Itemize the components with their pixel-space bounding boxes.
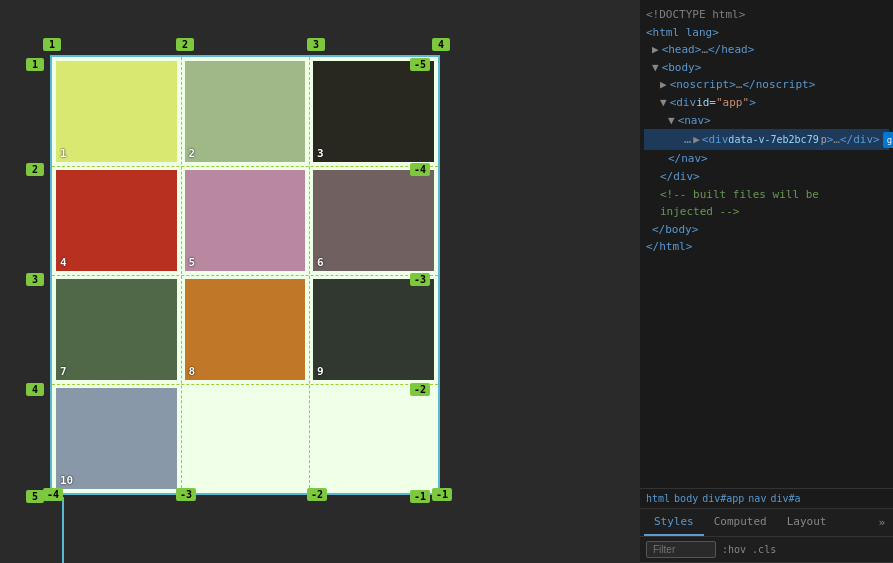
badge-col-4: 4 (432, 38, 450, 51)
badge-row-n3: -3 (410, 273, 430, 286)
style-filter-input[interactable] (646, 541, 716, 558)
badge-row-n5: -5 (410, 58, 430, 71)
tab-overflow-arrow[interactable]: » (874, 510, 889, 535)
dom-div-app[interactable]: ▼ <div id= "app" > (644, 94, 889, 112)
badge-row-3: 3 (26, 273, 44, 286)
badge-col-n2: -2 (307, 488, 327, 501)
dom-comment-1: <!-- built files will be (644, 186, 889, 204)
badge-row-n4: -4 (410, 163, 430, 176)
badge-col-1: 1 (43, 38, 61, 51)
tab-styles[interactable]: Styles (644, 509, 704, 536)
bc-nav[interactable]: nav (748, 493, 766, 504)
badge-row-5: 5 (26, 490, 44, 503)
dom-div-close[interactable]: </div> (644, 168, 889, 186)
badge-col-n4: -4 (43, 488, 63, 501)
badge-row-2: 2 (26, 163, 44, 176)
badge-row-1: 1 (26, 58, 44, 71)
tab-layout[interactable]: Layout (777, 509, 837, 536)
grid-visualization-panel: 1 2 3 4 5 6 7 8 9 (0, 0, 640, 563)
dom-head[interactable]: ▶ <head> … </head> (644, 41, 889, 59)
badge-row-n1: -1 (410, 490, 430, 503)
badge-row-n2: -2 (410, 383, 430, 396)
row-line-3 (52, 384, 438, 385)
badge-col-2: 2 (176, 38, 194, 51)
grid-cell-5: 5 (185, 170, 306, 271)
grid-cell-3: 3 (313, 61, 434, 162)
grid-cell-6: 6 (313, 170, 434, 271)
dom-nav-close[interactable]: </nav> (644, 150, 889, 168)
cell-label-7: 7 (60, 365, 67, 378)
grid-cell-7: 7 (56, 279, 177, 380)
filter-cls-toggle[interactable]: .cls (752, 544, 776, 555)
bc-html[interactable]: html (646, 493, 670, 504)
dom-html[interactable]: <html lang> (644, 24, 889, 42)
dom-noscript[interactable]: ▶ <noscript> … </noscript> (644, 76, 889, 94)
grid-cell-8: 8 (185, 279, 306, 380)
cell-label-5: 5 (189, 256, 196, 269)
row-line-1 (52, 166, 438, 167)
badge-row-4: 4 (26, 383, 44, 396)
grid-cell-4: 4 (56, 170, 177, 271)
grid-cell-2: 2 (185, 61, 306, 162)
breadcrumb-bar: html body div#app nav div#a (640, 488, 893, 509)
row-line-2 (52, 275, 438, 276)
grid-cell-10: 10 (56, 388, 177, 489)
badge-col-3: 3 (307, 38, 325, 51)
cell-label-1: 1 (60, 147, 67, 160)
tab-computed[interactable]: Computed (704, 509, 777, 536)
badge-col-n3: -3 (176, 488, 196, 501)
cell-label-10: 10 (60, 474, 73, 487)
dom-nav[interactable]: ▼ <nav> (644, 112, 889, 130)
dom-div-highlighted[interactable]: … ▶ <div data-v-7eb2bc79 p > … </div> gr… (644, 129, 889, 150)
devtools-panel: <!DOCTYPE html> <html lang> ▶ <head> … <… (640, 0, 893, 563)
filter-bar: :hov .cls (640, 537, 893, 563)
grid-badge: grid (883, 132, 893, 148)
cell-label-4: 4 (60, 256, 67, 269)
cell-label-8: 8 (189, 365, 196, 378)
cell-label-6: 6 (317, 256, 324, 269)
cell-label-2: 2 (189, 147, 196, 160)
dom-html-close[interactable]: </html> (644, 238, 889, 256)
filter-hov-toggle[interactable]: :hov (722, 544, 746, 555)
bc-body[interactable]: body (674, 493, 698, 504)
grid-container: 1 2 3 4 5 6 7 8 9 (50, 55, 440, 495)
grid-cell-1: 1 (56, 61, 177, 162)
dom-doctype: <!DOCTYPE html> (644, 6, 889, 24)
badge-col-n1: -1 (432, 488, 452, 501)
dom-body-close[interactable]: </body> (644, 221, 889, 239)
blue-vertical-line (62, 497, 64, 563)
cell-label-3: 3 (317, 147, 324, 160)
tabs-bar: Styles Computed Layout » (640, 509, 893, 537)
bc-divapp[interactable]: div#app (702, 493, 744, 504)
dom-body-open[interactable]: ▼ <body> (644, 59, 889, 77)
dom-tree: <!DOCTYPE html> <html lang> ▶ <head> … <… (640, 0, 893, 488)
grid-cell-9: 9 (313, 279, 434, 380)
bc-diva[interactable]: div#a (770, 493, 800, 504)
dom-comment-2: injected --> (644, 203, 889, 221)
cell-label-9: 9 (317, 365, 324, 378)
